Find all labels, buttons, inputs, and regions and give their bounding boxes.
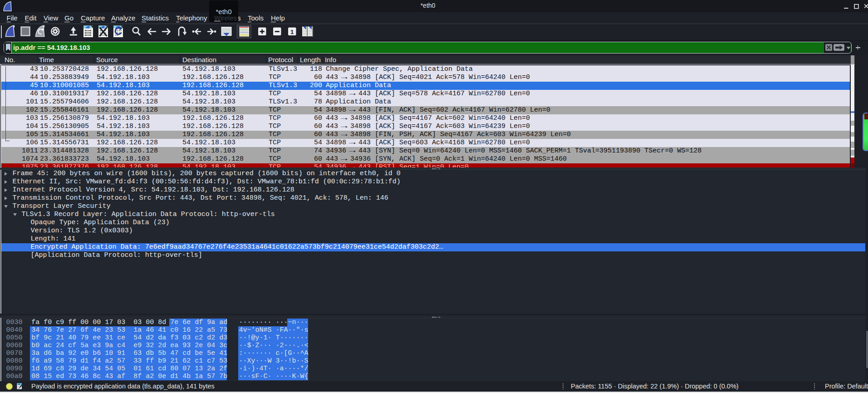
svg-text:1: 1	[290, 29, 294, 35]
